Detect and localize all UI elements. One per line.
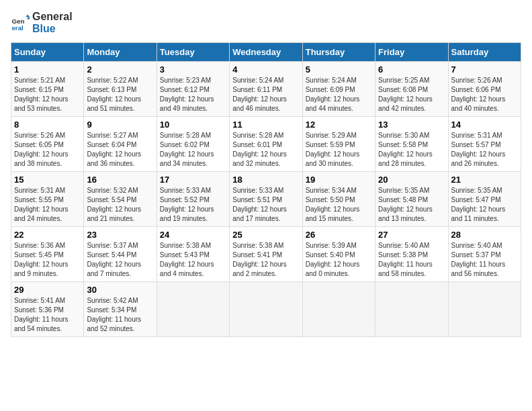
day-info: Sunrise: 5:36 AMSunset: 5:45 PMDaylight:… <box>14 241 81 279</box>
day-number: 14 <box>451 120 518 130</box>
calendar-row: 1 Sunrise: 5:21 AMSunset: 6:15 PMDayligh… <box>11 62 521 117</box>
day-number: 3 <box>160 64 226 75</box>
day-info: Sunrise: 5:26 AMSunset: 6:06 PMDaylight:… <box>451 76 518 113</box>
day-number: 12 <box>306 120 372 130</box>
day-number: 10 <box>160 120 226 130</box>
calendar-cell: 26 Sunrise: 5:39 AMSunset: 5:40 PMDaylig… <box>302 227 375 282</box>
day-info: Sunrise: 5:31 AMSunset: 5:57 PMDaylight:… <box>451 131 518 169</box>
day-number: 8 <box>14 120 81 130</box>
calendar-cell: 12 Sunrise: 5:29 AMSunset: 5:59 PMDaylig… <box>302 117 375 172</box>
svg-text:eral: eral <box>11 24 24 32</box>
calendar-header: Sunday Monday Tuesday Wednesday Thursday… <box>11 43 521 62</box>
calendar-cell: 27 Sunrise: 5:40 AMSunset: 5:38 PMDaylig… <box>375 227 448 282</box>
day-info: Sunrise: 5:41 AMSunset: 5:36 PMDaylight:… <box>14 296 81 334</box>
col-monday: Monday <box>84 43 157 62</box>
calendar-cell: 29 Sunrise: 5:41 AMSunset: 5:36 PMDaylig… <box>11 282 84 337</box>
day-number: 7 <box>451 64 518 75</box>
day-number: 9 <box>87 120 153 130</box>
calendar-cell <box>230 282 302 337</box>
day-number: 5 <box>306 64 372 75</box>
day-info: Sunrise: 5:31 AMSunset: 5:55 PMDaylight:… <box>14 186 81 224</box>
day-info: Sunrise: 5:34 AMSunset: 5:50 PMDaylight:… <box>306 186 372 224</box>
col-saturday: Saturday <box>448 43 521 62</box>
day-number: 21 <box>451 175 518 185</box>
header-row: Sunday Monday Tuesday Wednesday Thursday… <box>11 43 521 62</box>
day-info: Sunrise: 5:42 AMSunset: 5:34 PMDaylight:… <box>87 296 153 334</box>
calendar-cell: 9 Sunrise: 5:27 AMSunset: 6:04 PMDayligh… <box>84 117 157 172</box>
logo-line1: General <box>32 11 73 23</box>
day-number: 23 <box>87 230 153 240</box>
calendar-cell <box>375 282 448 337</box>
day-number: 27 <box>378 230 445 240</box>
calendar-cell: 24 Sunrise: 5:38 AMSunset: 5:43 PMDaylig… <box>157 227 229 282</box>
calendar-cell: 28 Sunrise: 5:40 AMSunset: 5:37 PMDaylig… <box>448 227 521 282</box>
calendar-cell: 1 Sunrise: 5:21 AMSunset: 6:15 PMDayligh… <box>11 62 84 117</box>
calendar-cell: 20 Sunrise: 5:35 AMSunset: 5:48 PMDaylig… <box>375 172 448 227</box>
day-number: 20 <box>378 175 445 185</box>
day-info: Sunrise: 5:22 AMSunset: 6:13 PMDaylight:… <box>87 76 153 113</box>
day-number: 28 <box>451 230 518 240</box>
day-number: 13 <box>378 120 445 130</box>
day-info: Sunrise: 5:23 AMSunset: 6:12 PMDaylight:… <box>160 76 226 113</box>
calendar-cell: 22 Sunrise: 5:36 AMSunset: 5:45 PMDaylig… <box>11 227 84 282</box>
logo-icon: Gen eral <box>11 13 30 32</box>
day-info: Sunrise: 5:40 AMSunset: 5:38 PMDaylight:… <box>378 241 445 279</box>
calendar-row: 15 Sunrise: 5:31 AMSunset: 5:55 PMDaylig… <box>11 172 521 227</box>
day-info: Sunrise: 5:33 AMSunset: 5:52 PMDaylight:… <box>160 186 226 224</box>
calendar-row: 22 Sunrise: 5:36 AMSunset: 5:45 PMDaylig… <box>11 227 521 282</box>
calendar-cell: 16 Sunrise: 5:32 AMSunset: 5:54 PMDaylig… <box>84 172 157 227</box>
col-wednesday: Wednesday <box>230 43 302 62</box>
calendar-cell <box>302 282 375 337</box>
day-number: 30 <box>87 285 153 295</box>
day-info: Sunrise: 5:35 AMSunset: 5:47 PMDaylight:… <box>451 186 518 224</box>
day-info: Sunrise: 5:39 AMSunset: 5:40 PMDaylight:… <box>306 241 372 279</box>
calendar-cell: 13 Sunrise: 5:30 AMSunset: 5:58 PMDaylig… <box>375 117 448 172</box>
calendar-cell: 25 Sunrise: 5:38 AMSunset: 5:41 PMDaylig… <box>230 227 302 282</box>
logo: Gen eral General Blue <box>11 11 73 34</box>
logo-line2: Blue <box>32 23 73 35</box>
svg-marker-2 <box>26 14 30 17</box>
day-info: Sunrise: 5:21 AMSunset: 6:15 PMDaylight:… <box>14 76 81 113</box>
day-info: Sunrise: 5:28 AMSunset: 6:02 PMDaylight:… <box>160 131 226 169</box>
calendar-row: 29 Sunrise: 5:41 AMSunset: 5:36 PMDaylig… <box>11 282 521 337</box>
calendar-cell <box>157 282 229 337</box>
calendar-cell: 5 Sunrise: 5:24 AMSunset: 6:09 PMDayligh… <box>302 62 375 117</box>
col-thursday: Thursday <box>302 43 375 62</box>
day-number: 6 <box>378 64 445 75</box>
day-number: 17 <box>160 175 226 185</box>
calendar-cell: 6 Sunrise: 5:25 AMSunset: 6:08 PMDayligh… <box>375 62 448 117</box>
day-info: Sunrise: 5:26 AMSunset: 6:05 PMDaylight:… <box>14 131 81 169</box>
day-info: Sunrise: 5:24 AMSunset: 6:11 PMDaylight:… <box>232 76 299 113</box>
day-info: Sunrise: 5:28 AMSunset: 6:01 PMDaylight:… <box>232 131 299 169</box>
calendar-cell: 18 Sunrise: 5:33 AMSunset: 5:51 PMDaylig… <box>230 172 302 227</box>
day-info: Sunrise: 5:24 AMSunset: 6:09 PMDaylight:… <box>306 76 372 113</box>
day-number: 16 <box>87 175 153 185</box>
day-number: 15 <box>14 175 81 185</box>
page-header: Gen eral General Blue <box>11 11 521 34</box>
calendar-cell: 21 Sunrise: 5:35 AMSunset: 5:47 PMDaylig… <box>448 172 521 227</box>
day-number: 2 <box>87 64 153 75</box>
day-info: Sunrise: 5:40 AMSunset: 5:37 PMDaylight:… <box>451 241 518 279</box>
day-info: Sunrise: 5:30 AMSunset: 5:58 PMDaylight:… <box>378 131 445 169</box>
day-info: Sunrise: 5:32 AMSunset: 5:54 PMDaylight:… <box>87 186 153 224</box>
calendar-cell: 30 Sunrise: 5:42 AMSunset: 5:34 PMDaylig… <box>84 282 157 337</box>
col-friday: Friday <box>375 43 448 62</box>
calendar-cell: 11 Sunrise: 5:28 AMSunset: 6:01 PMDaylig… <box>230 117 302 172</box>
day-number: 18 <box>232 175 299 185</box>
day-number: 29 <box>14 285 81 295</box>
day-number: 4 <box>232 64 299 75</box>
calendar-cell: 15 Sunrise: 5:31 AMSunset: 5:55 PMDaylig… <box>11 172 84 227</box>
calendar-cell: 19 Sunrise: 5:34 AMSunset: 5:50 PMDaylig… <box>302 172 375 227</box>
calendar-cell: 23 Sunrise: 5:37 AMSunset: 5:44 PMDaylig… <box>84 227 157 282</box>
day-number: 22 <box>14 230 81 240</box>
calendar-cell: 2 Sunrise: 5:22 AMSunset: 6:13 PMDayligh… <box>84 62 157 117</box>
day-info: Sunrise: 5:29 AMSunset: 5:59 PMDaylight:… <box>306 131 372 169</box>
calendar-cell: 7 Sunrise: 5:26 AMSunset: 6:06 PMDayligh… <box>448 62 521 117</box>
col-tuesday: Tuesday <box>157 43 229 62</box>
calendar-cell: 8 Sunrise: 5:26 AMSunset: 6:05 PMDayligh… <box>11 117 84 172</box>
calendar-body: 1 Sunrise: 5:21 AMSunset: 6:15 PMDayligh… <box>11 62 521 337</box>
day-info: Sunrise: 5:27 AMSunset: 6:04 PMDaylight:… <box>87 131 153 169</box>
col-sunday: Sunday <box>11 43 84 62</box>
calendar-cell: 10 Sunrise: 5:28 AMSunset: 6:02 PMDaylig… <box>157 117 229 172</box>
day-info: Sunrise: 5:33 AMSunset: 5:51 PMDaylight:… <box>232 186 299 224</box>
